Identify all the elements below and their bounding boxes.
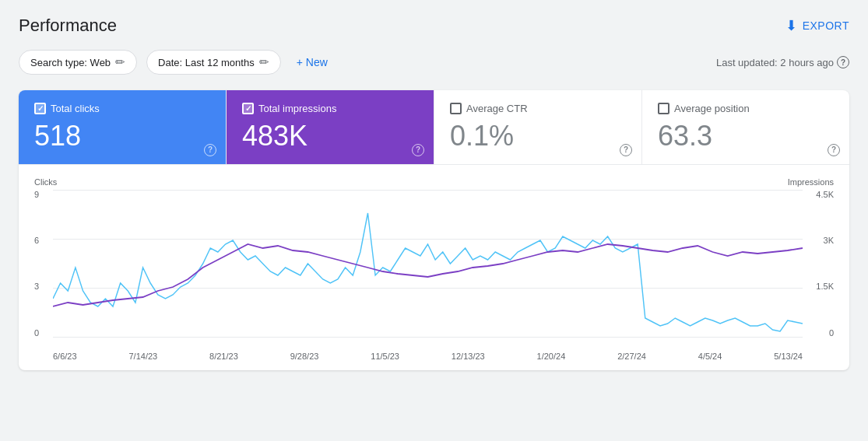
last-updated: Last updated: 2 hours ago ?: [716, 56, 849, 68]
chart-section: Clicks Impressions 9 6 3 0 4.5K 3K 1.5K …: [19, 165, 849, 370]
search-type-label: Search type: Web: [30, 57, 111, 68]
position-checkbox[interactable]: [658, 103, 669, 114]
metrics-row: Total clicks 518 ? Total impressions 483…: [19, 90, 849, 165]
impressions-help: ?: [412, 142, 424, 156]
clicks-value: 518: [34, 121, 210, 152]
position-value: 63.3: [658, 121, 834, 152]
ctr-help-icon[interactable]: ?: [620, 144, 632, 156]
metric-average-position[interactable]: Average position 63.3 ?: [642, 90, 849, 164]
export-button[interactable]: ⬇ EXPORT: [785, 17, 849, 34]
search-type-filter[interactable]: Search type: Web ✏: [19, 50, 137, 75]
x-axis: 6/6/23 7/14/23 8/21/23 9/28/23 11/5/23 1…: [53, 352, 803, 361]
metric-average-ctr[interactable]: Average CTR 0.1% ?: [434, 90, 642, 164]
date-label: Date: Last 12 months: [158, 57, 255, 68]
page-title: Performance: [19, 16, 117, 36]
metric-label-position: Average position: [658, 103, 834, 114]
export-icon: ⬇: [785, 17, 798, 34]
y-axis-left: 9 6 3 0: [34, 190, 50, 338]
chart-svg: [53, 190, 803, 338]
edit-icon: ✏: [115, 55, 125, 69]
chart-container: 9 6 3 0 4.5K 3K 1.5K 0: [34, 190, 834, 361]
impressions-help-icon[interactable]: ?: [412, 144, 424, 156]
ctr-checkbox[interactable]: [450, 103, 462, 114]
edit-icon-date: ✏: [259, 55, 269, 69]
metric-label-ctr: Average CTR: [450, 103, 626, 114]
ctr-value: 0.1%: [450, 121, 626, 152]
metric-total-clicks[interactable]: Total clicks 518 ?: [19, 90, 227, 164]
new-button[interactable]: + New: [290, 51, 334, 73]
chart-axis-labels: Clicks Impressions: [34, 177, 834, 187]
y-left-label: Clicks: [34, 177, 57, 187]
ctr-help: ?: [620, 142, 632, 156]
y-axis-right: 4.5K 3K 1.5K 0: [807, 190, 834, 338]
impressions-checkbox[interactable]: [242, 103, 254, 114]
clicks-checkbox[interactable]: [34, 103, 46, 114]
impressions-value: 483K: [242, 121, 418, 152]
last-updated-help-icon[interactable]: ?: [837, 56, 849, 68]
position-help-icon[interactable]: ?: [828, 144, 840, 156]
main-card: Total clicks 518 ? Total impressions 483…: [19, 90, 849, 370]
metric-total-impressions[interactable]: Total impressions 483K ?: [227, 90, 434, 164]
toolbar: Search type: Web ✏ Date: Last 12 months …: [19, 50, 849, 75]
clicks-help: ?: [204, 142, 216, 156]
date-filter[interactable]: Date: Last 12 months ✏: [146, 50, 281, 75]
clicks-help-icon[interactable]: ?: [204, 144, 216, 156]
metric-label-impressions: Total impressions: [242, 103, 418, 114]
position-help: ?: [828, 142, 840, 156]
y-right-label: Impressions: [788, 177, 834, 187]
page-header: Performance ⬇ EXPORT: [19, 16, 849, 36]
plus-icon: +: [297, 56, 303, 68]
metric-label-clicks: Total clicks: [34, 103, 210, 114]
